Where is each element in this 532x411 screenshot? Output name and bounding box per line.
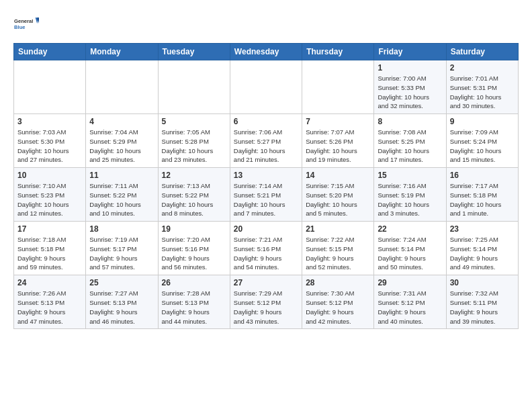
day-info: Sunrise: 7:20 AM Sunset: 5:16 PM Dayligh…	[162, 235, 226, 272]
calendar-week-row: 17Sunrise: 7:18 AM Sunset: 5:18 PM Dayli…	[14, 222, 519, 275]
day-number: 4	[89, 117, 154, 126]
weekday-header-sunday: Sunday	[14, 44, 86, 60]
day-number: 19	[162, 224, 226, 234]
day-number: 13	[234, 171, 298, 180]
day-number: 6	[234, 117, 298, 126]
calendar-cell: 7Sunrise: 7:07 AM Sunset: 5:26 PM Daylig…	[302, 114, 374, 168]
day-info: Sunrise: 7:06 AM Sunset: 5:27 PM Dayligh…	[234, 128, 298, 165]
day-info: Sunrise: 7:13 AM Sunset: 5:22 PM Dayligh…	[162, 181, 226, 218]
calendar-week-row: 10Sunrise: 7:10 AM Sunset: 5:23 PM Dayli…	[14, 168, 519, 222]
day-number: 25	[89, 278, 154, 287]
day-info: Sunrise: 7:25 AM Sunset: 5:14 PM Dayligh…	[450, 235, 515, 272]
day-info: Sunrise: 7:03 AM Sunset: 5:30 PM Dayligh…	[17, 128, 82, 165]
calendar-cell: 1Sunrise: 7:00 AM Sunset: 5:33 PM Daylig…	[374, 60, 446, 114]
day-number: 12	[162, 171, 226, 180]
day-info: Sunrise: 7:07 AM Sunset: 5:26 PM Dayligh…	[306, 128, 370, 165]
day-info: Sunrise: 7:10 AM Sunset: 5:23 PM Dayligh…	[17, 181, 82, 218]
calendar-cell: 20Sunrise: 7:21 AM Sunset: 5:16 PM Dayli…	[230, 222, 302, 275]
logo-icon: GeneralBlue	[13, 11, 39, 36]
day-info: Sunrise: 7:16 AM Sunset: 5:19 PM Dayligh…	[378, 181, 442, 218]
day-number: 15	[378, 171, 442, 180]
weekday-header-wednesday: Wednesday	[230, 44, 302, 60]
calendar-cell	[230, 60, 302, 114]
calendar-cell: 16Sunrise: 7:17 AM Sunset: 5:18 PM Dayli…	[446, 168, 518, 222]
day-number: 7	[306, 117, 370, 126]
day-info: Sunrise: 7:00 AM Sunset: 5:33 PM Dayligh…	[378, 74, 442, 111]
day-info: Sunrise: 7:31 AM Sunset: 5:12 PM Dayligh…	[378, 289, 442, 326]
day-info: Sunrise: 7:24 AM Sunset: 5:14 PM Dayligh…	[378, 235, 442, 272]
day-info: Sunrise: 7:19 AM Sunset: 5:17 PM Dayligh…	[89, 235, 154, 272]
calendar-cell: 5Sunrise: 7:05 AM Sunset: 5:28 PM Daylig…	[158, 114, 230, 168]
day-number: 10	[17, 171, 82, 180]
day-number: 9	[450, 117, 515, 126]
day-info: Sunrise: 7:14 AM Sunset: 5:21 PM Dayligh…	[234, 181, 298, 218]
day-info: Sunrise: 7:29 AM Sunset: 5:12 PM Dayligh…	[234, 289, 298, 326]
day-number: 27	[234, 278, 298, 287]
day-info: Sunrise: 7:08 AM Sunset: 5:25 PM Dayligh…	[378, 128, 442, 165]
day-info: Sunrise: 7:32 AM Sunset: 5:11 PM Dayligh…	[450, 289, 515, 326]
calendar-cell: 30Sunrise: 7:32 AM Sunset: 5:11 PM Dayli…	[446, 275, 518, 329]
weekday-header-thursday: Thursday	[302, 44, 374, 60]
day-info: Sunrise: 7:04 AM Sunset: 5:29 PM Dayligh…	[89, 128, 154, 165]
day-number: 22	[378, 224, 442, 234]
weekday-header-row: SundayMondayTuesdayWednesdayThursdayFrid…	[14, 44, 519, 60]
day-info: Sunrise: 7:27 AM Sunset: 5:13 PM Dayligh…	[89, 289, 154, 326]
day-number: 17	[17, 224, 82, 234]
calendar-week-row: 1Sunrise: 7:00 AM Sunset: 5:33 PM Daylig…	[14, 60, 519, 114]
calendar-cell: 4Sunrise: 7:04 AM Sunset: 5:29 PM Daylig…	[86, 114, 158, 168]
calendar-cell: 22Sunrise: 7:24 AM Sunset: 5:14 PM Dayli…	[374, 222, 446, 275]
day-number: 23	[450, 224, 515, 234]
calendar-cell: 14Sunrise: 7:15 AM Sunset: 5:20 PM Dayli…	[302, 168, 374, 222]
svg-text:Blue: Blue	[14, 24, 25, 30]
day-number: 20	[234, 224, 298, 234]
calendar-cell: 25Sunrise: 7:27 AM Sunset: 5:13 PM Dayli…	[86, 275, 158, 329]
calendar-cell: 2Sunrise: 7:01 AM Sunset: 5:31 PM Daylig…	[446, 60, 518, 114]
day-info: Sunrise: 7:30 AM Sunset: 5:12 PM Dayligh…	[306, 289, 370, 326]
calendar-cell: 11Sunrise: 7:11 AM Sunset: 5:22 PM Dayli…	[86, 168, 158, 222]
calendar-cell: 6Sunrise: 7:06 AM Sunset: 5:27 PM Daylig…	[230, 114, 302, 168]
day-number: 14	[306, 171, 370, 180]
calendar-cell: 13Sunrise: 7:14 AM Sunset: 5:21 PM Dayli…	[230, 168, 302, 222]
day-info: Sunrise: 7:09 AM Sunset: 5:24 PM Dayligh…	[450, 128, 515, 165]
calendar-week-row: 3Sunrise: 7:03 AM Sunset: 5:30 PM Daylig…	[14, 114, 519, 168]
calendar-cell	[14, 60, 86, 114]
header: GeneralBlue	[13, 11, 519, 36]
calendar-table: SundayMondayTuesdayWednesdayThursdayFrid…	[13, 43, 519, 329]
day-number: 21	[306, 224, 370, 234]
day-info: Sunrise: 7:17 AM Sunset: 5:18 PM Dayligh…	[450, 181, 515, 218]
calendar-cell: 21Sunrise: 7:22 AM Sunset: 5:15 PM Dayli…	[302, 222, 374, 275]
calendar-cell	[158, 60, 230, 114]
weekday-header-friday: Friday	[374, 44, 446, 60]
day-number: 2	[450, 63, 515, 73]
day-number: 1	[378, 63, 442, 73]
day-info: Sunrise: 7:01 AM Sunset: 5:31 PM Dayligh…	[450, 74, 515, 111]
day-info: Sunrise: 7:21 AM Sunset: 5:16 PM Dayligh…	[234, 235, 298, 272]
calendar-week-row: 24Sunrise: 7:26 AM Sunset: 5:13 PM Dayli…	[14, 275, 519, 329]
calendar-cell: 9Sunrise: 7:09 AM Sunset: 5:24 PM Daylig…	[446, 114, 518, 168]
calendar-cell: 24Sunrise: 7:26 AM Sunset: 5:13 PM Dayli…	[14, 275, 86, 329]
calendar-cell: 19Sunrise: 7:20 AM Sunset: 5:16 PM Dayli…	[158, 222, 230, 275]
day-number: 26	[162, 278, 226, 287]
day-number: 29	[378, 278, 442, 287]
calendar-cell: 10Sunrise: 7:10 AM Sunset: 5:23 PM Dayli…	[14, 168, 86, 222]
weekday-header-saturday: Saturday	[446, 44, 518, 60]
day-number: 8	[378, 117, 442, 126]
calendar-cell: 15Sunrise: 7:16 AM Sunset: 5:19 PM Dayli…	[374, 168, 446, 222]
day-number: 24	[17, 278, 82, 287]
calendar-cell: 28Sunrise: 7:30 AM Sunset: 5:12 PM Dayli…	[302, 275, 374, 329]
page: GeneralBlue SundayMondayTuesdayWednesday…	[0, 0, 532, 340]
weekday-header-tuesday: Tuesday	[158, 44, 230, 60]
calendar-cell: 8Sunrise: 7:08 AM Sunset: 5:25 PM Daylig…	[374, 114, 446, 168]
logo: GeneralBlue	[13, 11, 39, 36]
calendar-cell: 23Sunrise: 7:25 AM Sunset: 5:14 PM Dayli…	[446, 222, 518, 275]
weekday-header-monday: Monday	[86, 44, 158, 60]
calendar-cell: 3Sunrise: 7:03 AM Sunset: 5:30 PM Daylig…	[14, 114, 86, 168]
day-number: 28	[306, 278, 370, 287]
calendar-cell	[86, 60, 158, 114]
calendar-cell: 26Sunrise: 7:28 AM Sunset: 5:13 PM Dayli…	[158, 275, 230, 329]
day-number: 18	[89, 224, 154, 234]
calendar-cell: 12Sunrise: 7:13 AM Sunset: 5:22 PM Dayli…	[158, 168, 230, 222]
calendar-cell: 17Sunrise: 7:18 AM Sunset: 5:18 PM Dayli…	[14, 222, 86, 275]
day-info: Sunrise: 7:28 AM Sunset: 5:13 PM Dayligh…	[162, 289, 226, 326]
day-info: Sunrise: 7:05 AM Sunset: 5:28 PM Dayligh…	[162, 128, 226, 165]
